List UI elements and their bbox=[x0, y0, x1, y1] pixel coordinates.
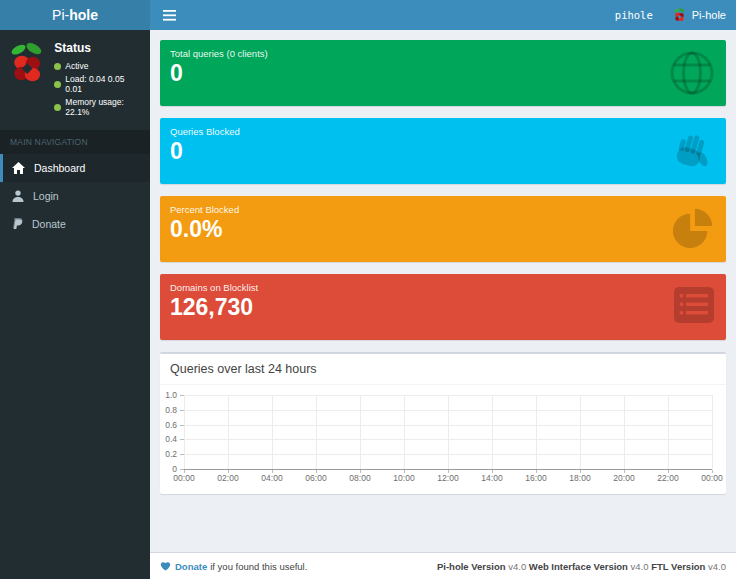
user-icon bbox=[12, 190, 24, 202]
list-icon bbox=[672, 283, 716, 327]
sidebar-toggle-button[interactable] bbox=[150, 0, 189, 30]
card-value: 0 bbox=[170, 140, 716, 163]
footer-donate: Donate if you found this useful. bbox=[160, 561, 307, 572]
v-gridline bbox=[580, 395, 581, 469]
x-tick-label: 14:00 bbox=[481, 473, 502, 483]
x-tick-label: 06:00 bbox=[305, 473, 326, 483]
hamburger-icon bbox=[163, 10, 176, 21]
main-content: Total queries (0 clients) 0 Queries Bloc… bbox=[150, 30, 736, 552]
card-label: Domains on Blocklist bbox=[170, 282, 716, 293]
globe-icon bbox=[668, 49, 716, 97]
status-dot-icon bbox=[54, 63, 61, 70]
v-gridline bbox=[536, 395, 537, 469]
sidebar-item-label: Donate bbox=[32, 218, 66, 230]
status-active-label: Active bbox=[65, 61, 88, 71]
chart-title: Queries over last 24 hours bbox=[160, 354, 726, 385]
home-icon bbox=[12, 162, 25, 174]
top-navbar: Pi-hole pihole Pi-hole bbox=[0, 0, 736, 30]
card-percent-blocked: Percent Blocked 0.0% bbox=[160, 196, 726, 262]
paypal-icon bbox=[12, 218, 23, 230]
x-tick-label: 00:00 bbox=[701, 473, 722, 483]
sidebar-item-login[interactable]: Login bbox=[0, 182, 150, 210]
status-dot-icon bbox=[54, 104, 61, 111]
v-gridline bbox=[712, 395, 713, 469]
card-queries-blocked: Queries Blocked 0 bbox=[160, 118, 726, 184]
pihole-raspberry-icon bbox=[673, 8, 686, 22]
v-gridline bbox=[492, 395, 493, 469]
x-tick-label: 00:00 bbox=[173, 473, 194, 483]
navbar: pihole Pi-hole bbox=[150, 0, 736, 30]
x-tick-label: 10:00 bbox=[393, 473, 414, 483]
version-value: v4.0 bbox=[508, 561, 526, 572]
x-tick-label: 22:00 bbox=[657, 473, 678, 483]
sidebar-item-donate[interactable]: Donate bbox=[0, 210, 150, 238]
status-row-memory: Memory usage: 22.1% bbox=[54, 97, 142, 117]
donate-suffix: if you found this useful. bbox=[210, 561, 307, 572]
x-tick-label: 02:00 bbox=[217, 473, 238, 483]
hostname-label: pihole bbox=[615, 9, 653, 21]
sidebar-item-dashboard[interactable]: Dashboard bbox=[0, 154, 150, 182]
sidebar: Status Active Load: 0.04 0.05 0.01 Memor… bbox=[0, 30, 150, 579]
status-panel: Status Active Load: 0.04 0.05 0.01 Memor… bbox=[0, 30, 150, 130]
v-gridline bbox=[360, 395, 361, 469]
y-tick-label: 0.4 bbox=[165, 434, 177, 444]
x-tick-label: 16:00 bbox=[525, 473, 546, 483]
status-memory-label: Memory usage: 22.1% bbox=[65, 97, 142, 117]
version-label: Pi-hole Version bbox=[437, 561, 506, 572]
v-gridline bbox=[228, 395, 229, 469]
sidebar-item-label: Login bbox=[33, 190, 59, 202]
pie-chart-icon bbox=[670, 205, 716, 251]
v-gridline bbox=[316, 395, 317, 469]
queries-chart-box: Queries over last 24 hours 1.00.80.60.40… bbox=[160, 352, 726, 494]
pihole-raspberry-logo bbox=[8, 40, 46, 86]
card-label: Total queries (0 clients) bbox=[170, 48, 716, 59]
y-tick-label: 0.8 bbox=[165, 405, 177, 415]
hand-icon bbox=[668, 127, 716, 175]
x-tick-label: 08:00 bbox=[349, 473, 370, 483]
heart-icon bbox=[160, 561, 171, 571]
user-menu-label: Pi-hole bbox=[692, 9, 726, 21]
v-gridline bbox=[404, 395, 405, 469]
v-gridline bbox=[624, 395, 625, 469]
status-row-load: Load: 0.04 0.05 0.01 bbox=[54, 74, 142, 94]
y-tick-label: 0.2 bbox=[165, 449, 177, 459]
footer: Donate if you found this useful. Pi-hole… bbox=[150, 552, 736, 579]
sidebar-item-label: Dashboard bbox=[34, 162, 85, 174]
y-tick-label: 0.6 bbox=[165, 420, 177, 430]
version-label: Web Interface Version bbox=[529, 561, 628, 572]
version-value: v4.0 bbox=[631, 561, 649, 572]
card-total-queries: Total queries (0 clients) 0 bbox=[160, 40, 726, 106]
card-label: Queries Blocked bbox=[170, 126, 716, 137]
status-dot-icon bbox=[54, 81, 61, 88]
footer-versions: Pi-hole Version v4.0 Web Interface Versi… bbox=[437, 561, 726, 572]
app-logo-light: Pi- bbox=[52, 7, 69, 23]
v-gridline bbox=[184, 395, 185, 469]
card-value: 0 bbox=[170, 62, 716, 85]
version-label: FTL Version bbox=[651, 561, 705, 572]
card-domains-blocklist: Domains on Blocklist 126,730 bbox=[160, 274, 726, 340]
card-value: 126,730 bbox=[170, 296, 716, 319]
status-title: Status bbox=[54, 41, 142, 55]
sidebar-section-header: MAIN NAVIGATION bbox=[0, 130, 150, 154]
status-row-active: Active bbox=[54, 61, 142, 71]
x-tick-label: 04:00 bbox=[261, 473, 282, 483]
v-gridline bbox=[448, 395, 449, 469]
x-tick-label: 12:00 bbox=[437, 473, 458, 483]
y-tick-label: 1.0 bbox=[165, 390, 177, 400]
v-gridline bbox=[668, 395, 669, 469]
chart-plot[interactable]: 1.00.80.60.40.2000:0002:0004:0006:0008:0… bbox=[184, 395, 712, 470]
app-logo-bold: hole bbox=[69, 7, 98, 23]
card-label: Percent Blocked bbox=[170, 204, 716, 215]
status-load-label: Load: 0.04 0.05 0.01 bbox=[65, 74, 142, 94]
x-tick-label: 20:00 bbox=[613, 473, 634, 483]
v-gridline bbox=[272, 395, 273, 469]
chart-body: 1.00.80.60.40.2000:0002:0004:0006:0008:0… bbox=[160, 385, 726, 494]
app-logo[interactable]: Pi-hole bbox=[0, 0, 150, 30]
version-value: v4.0 bbox=[708, 561, 726, 572]
donate-link[interactable]: Donate bbox=[175, 561, 207, 572]
user-menu[interactable]: Pi-hole bbox=[673, 8, 726, 22]
x-tick-label: 18:00 bbox=[569, 473, 590, 483]
card-value: 0.0% bbox=[170, 218, 716, 241]
